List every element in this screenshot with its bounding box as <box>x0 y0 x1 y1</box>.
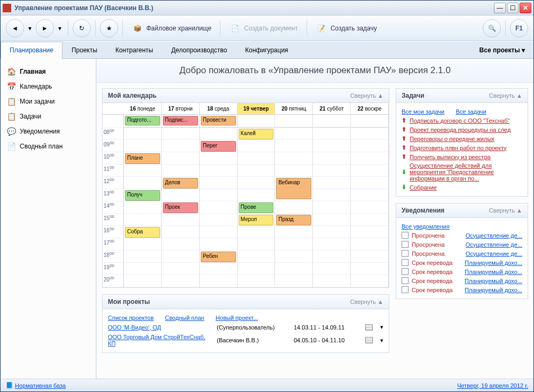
notification-checkbox[interactable] <box>402 232 409 239</box>
projects-collapse[interactable]: Свернуть ▲ <box>350 299 383 305</box>
notification-link[interactable]: Осуществление де... <box>466 250 522 257</box>
nav-label: Уведомления <box>20 128 60 135</box>
day-header[interactable]: 21 суббот <box>313 103 350 115</box>
maximize-button[interactable]: ☐ <box>507 3 519 13</box>
project-link[interactable]: Новый проект... <box>216 315 258 321</box>
forward-dropdown[interactable]: ▾ <box>56 19 64 37</box>
all-notifications-link[interactable]: Все уведомления <box>402 223 450 230</box>
titlebar: Управление проектами ПАУ (Васечкин В.В.)… <box>1 1 533 15</box>
notification-link[interactable]: Осуществление де... <box>466 241 522 248</box>
calendar-event[interactable]: Перег <box>201 141 236 152</box>
close-button[interactable]: ✕ <box>520 3 531 13</box>
calendar-event[interactable]: Делов <box>163 178 198 189</box>
tab-3[interactable]: Делопроизводство <box>162 42 236 58</box>
help-button[interactable]: F1 <box>510 19 528 37</box>
project-link[interactable]: Сводный план <box>165 315 205 321</box>
tab-1[interactable]: Проекты <box>62 42 106 58</box>
tab-2[interactable]: Контрагенты <box>106 42 162 58</box>
day-header[interactable]: 19 четвер <box>238 103 275 115</box>
refresh-button[interactable]: ↻ <box>73 19 91 37</box>
project-link[interactable]: Список проектов <box>108 315 154 321</box>
calendar-event[interactable]: Собра <box>125 227 160 238</box>
tasks-collapse[interactable]: Свернуть ▲ <box>489 92 522 99</box>
document-icon: 📄 <box>229 22 241 34</box>
project-row: ООО Торговый Дом СтройТехСнаб, КП(Васечк… <box>108 332 383 348</box>
task-link[interactable]: Подписать договор с ООО "Техснаб" <box>410 117 509 124</box>
allday-event[interactable]: Подпис... <box>163 116 198 126</box>
grid-icon[interactable] <box>365 324 373 331</box>
statusbar-left-link[interactable]: Нормативная база <box>15 382 66 389</box>
sidebar-item-1[interactable]: 📅Календарь <box>5 79 91 94</box>
back-button[interactable]: ◄ <box>6 19 24 37</box>
task-link[interactable]: Подготовить плвн работ по проекту <box>410 145 507 151</box>
favorite-button[interactable]: ★ <box>100 19 118 37</box>
calendar-event[interactable]: Калей <box>239 129 274 139</box>
task-link[interactable]: Осуществление действий для мероприятия '… <box>410 162 522 182</box>
notification-checkbox[interactable] <box>402 268 409 275</box>
notification-link[interactable]: Планируемый дохо... <box>465 269 522 275</box>
task-link[interactable]: Собрание <box>410 184 437 191</box>
notification-checkbox[interactable] <box>402 259 409 266</box>
task-link[interactable]: Проект перевода процедуры на след <box>410 127 511 133</box>
my-tasks-link[interactable]: Все мои задачи <box>402 108 444 115</box>
task-link[interactable]: Получить выписку из реестра <box>410 154 491 160</box>
allday-cell[interactable] <box>351 115 388 128</box>
sidebar-item-3[interactable]: 📋Задачи <box>5 109 91 124</box>
projects-title: Мои проекты <box>108 298 350 305</box>
notification-row: ПросроченаОсуществление де... <box>402 231 522 240</box>
notification-status: Просрочена <box>412 232 462 239</box>
allday-cell[interactable]: Подгото... <box>124 115 161 128</box>
project-name-link[interactable]: ООО 'М-Видео', ОД <box>108 324 209 331</box>
calendar-event[interactable]: Ребен <box>201 252 236 262</box>
create-document-button[interactable]: 📄 Создать документ <box>225 20 302 36</box>
calendar-event[interactable]: Вебинар <box>276 178 311 199</box>
create-task-button[interactable]: 📝 Создать задачу <box>311 20 381 36</box>
tab-4[interactable]: Конфигурация <box>236 42 297 58</box>
allday-cell[interactable]: Провести <box>200 115 237 128</box>
project-name-link[interactable]: ООО Торговый Дом СтройТехСнаб, КП <box>108 334 209 347</box>
allday-cell[interactable]: Подпис... <box>162 115 199 128</box>
file-storage-button[interactable]: 📦 Файловое хранилище <box>127 20 216 36</box>
calendar-event[interactable]: Проек <box>163 202 198 213</box>
sidebar-item-4[interactable]: 💬Уведомления <box>5 124 91 139</box>
notification-checkbox[interactable] <box>402 241 409 248</box>
back-dropdown[interactable]: ▾ <box>26 19 34 37</box>
day-header[interactable]: 17 вторни <box>162 103 199 115</box>
notification-link[interactable]: Планируемый дохо... <box>465 260 522 266</box>
grid-icon[interactable] <box>365 337 373 343</box>
calendar-collapse[interactable]: Свернуть ▲ <box>350 92 383 99</box>
forward-button[interactable]: ► <box>36 19 54 37</box>
calendar-event[interactable]: Получ <box>125 190 160 201</box>
sidebar-item-2[interactable]: 📋Мои задачи <box>5 94 91 109</box>
calendar-event[interactable]: Мероп <box>239 215 274 225</box>
calendar-event[interactable]: Прове <box>239 202 274 213</box>
day-header[interactable]: 20 пятниц <box>275 103 312 115</box>
notification-link[interactable]: Осуществление де... <box>466 232 522 239</box>
notification-link[interactable]: Планируемый дохо... <box>465 278 522 284</box>
day-header[interactable]: 22 воскре <box>351 103 388 115</box>
notification-checkbox[interactable] <box>402 286 409 293</box>
allday-event[interactable]: Провести <box>201 116 236 126</box>
task-link[interactable]: Переговоры о передаче жилых <box>410 136 494 142</box>
allday-cell[interactable] <box>275 115 312 128</box>
tab-0[interactable]: Планирование <box>1 42 62 59</box>
statusbar-date-link[interactable]: Четверг, 19 апреля 2012 г. <box>457 382 528 389</box>
all-projects-dropdown[interactable]: Все проекты ▾ <box>471 42 533 58</box>
priority-up-icon: ⬆ <box>402 126 406 133</box>
day-header[interactable]: 16 понеде <box>124 103 161 115</box>
allday-cell[interactable] <box>238 115 275 128</box>
sidebar-item-0[interactable]: 🏠Главная <box>5 64 91 79</box>
sidebar-item-5[interactable]: 📄Сводный план <box>5 139 91 154</box>
notification-checkbox[interactable] <box>402 250 409 257</box>
calendar-event[interactable]: Плане <box>125 153 160 164</box>
allday-cell[interactable] <box>313 115 350 128</box>
search-button[interactable]: 🔍 <box>483 19 501 37</box>
calendar-event[interactable]: Празд <box>276 215 311 225</box>
allday-event[interactable]: Подгото... <box>125 116 160 126</box>
notification-checkbox[interactable] <box>402 277 409 284</box>
minimize-button[interactable]: — <box>494 3 506 13</box>
notification-link[interactable]: Планируемый дохо... <box>465 287 522 293</box>
day-header[interactable]: 18 среда <box>200 103 237 115</box>
notifications-collapse[interactable]: Свернуть ▲ <box>489 207 522 214</box>
all-tasks-link[interactable]: Все задачи <box>456 108 486 115</box>
